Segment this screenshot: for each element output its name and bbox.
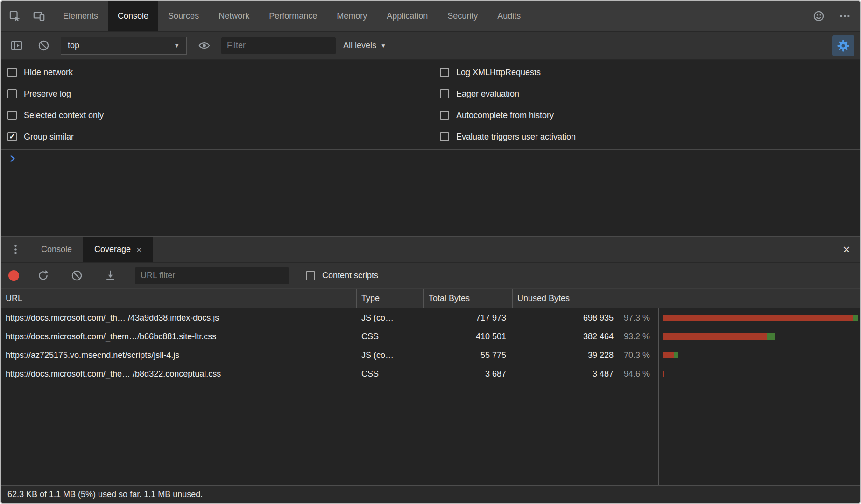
row-unused-bytes: 698 935 97.3 % [513, 313, 658, 323]
reload-coverage-button[interactable] [33, 266, 53, 286]
checkbox[interactable]: ✓ [7, 89, 17, 98]
smiley-icon [812, 10, 825, 22]
tab-application[interactable]: Application [377, 1, 438, 31]
column-header-total-bytes[interactable]: Total Bytes [424, 289, 513, 308]
setting-hide-network[interactable]: ✓ Hide network [7, 62, 430, 83]
coverage-row[interactable]: https://docs.microsoft.com/_th… /43a9dd3… [1, 308, 860, 327]
row-usage-bar [658, 327, 860, 346]
block-icon [37, 39, 50, 52]
unused-bytes-percent: 94.6 % [624, 369, 652, 379]
checkbox[interactable]: ✓ [440, 111, 449, 120]
unused-bar-segment [663, 333, 767, 340]
unused-bytes-percent: 93.2 % [624, 332, 652, 342]
row-total-bytes: 3 687 [424, 369, 513, 379]
used-bar-segment [674, 352, 678, 358]
download-icon [104, 269, 117, 282]
export-coverage-button[interactable] [100, 266, 120, 286]
console-toolbar: top ▼ All levels ▼ [1, 32, 860, 60]
unused-bytes-value: 382 464 [583, 332, 614, 342]
coverage-row[interactable]: https://az725175.vo.msecnd.net/scripts/j… [1, 346, 860, 364]
main-menu-button[interactable] [835, 7, 854, 26]
setting-label: Log XMLHttpRequests [456, 68, 541, 77]
console-output-area[interactable] [1, 150, 860, 236]
coverage-status-bar: 62.3 KB of 1.1 MB (5%) used so far. 1.1 … [1, 485, 860, 503]
tab-console[interactable]: Console [108, 1, 158, 31]
checkbox[interactable]: ✓ [7, 111, 17, 120]
tab-memory[interactable]: Memory [327, 1, 377, 31]
checkbox[interactable]: ✓ [7, 132, 17, 141]
setting-group-similar[interactable]: ✓ Group similar [7, 126, 430, 147]
device-toolbar-button[interactable] [29, 7, 49, 26]
row-url: https://docs.microsoft.com/_th… /43a9dd3… [1, 313, 357, 323]
checkbox[interactable]: ✓ [306, 271, 315, 280]
drawer: Console Coverage × × [1, 236, 860, 503]
tab-elements[interactable]: Elements [53, 1, 108, 31]
checkbox[interactable]: ✓ [440, 89, 449, 98]
console-sidebar-toggle-button[interactable] [7, 36, 26, 56]
column-header-unused-bytes[interactable]: Unused Bytes [513, 289, 658, 308]
reload-icon [37, 269, 49, 282]
row-total-bytes: 717 973 [424, 313, 513, 323]
column-header-type[interactable]: Type [357, 289, 424, 308]
panel-tabs: Elements Console Sources Network Perform… [53, 1, 530, 31]
tab-performance[interactable]: Performance [259, 1, 327, 31]
unused-bytes-percent: 70.3 % [624, 350, 652, 360]
console-filter-input[interactable] [221, 37, 336, 54]
checkbox[interactable]: ✓ [440, 68, 449, 77]
row-type: JS (co… [357, 350, 424, 360]
coverage-table-body: https://docs.microsoft.com/_th… /43a9dd3… [1, 308, 860, 485]
console-settings-button[interactable] [832, 35, 854, 56]
checkbox[interactable]: ✓ [440, 132, 449, 141]
setting-evaluate-triggers-activation[interactable]: ✓ Evaluate triggers user activation [440, 126, 860, 147]
inspect-element-button[interactable] [5, 7, 24, 26]
drawer-tab-console[interactable]: Console [30, 237, 83, 262]
coverage-row[interactable]: https://docs.microsoft.com/_the… /b8d322… [1, 364, 860, 383]
live-expression-button[interactable] [194, 36, 214, 56]
drawer-tab-coverage[interactable]: Coverage × [83, 237, 153, 262]
log-levels-label: All levels [343, 41, 376, 50]
tab-network[interactable]: Network [209, 1, 259, 31]
setting-autocomplete-history[interactable]: ✓ Autocomplete from history [440, 105, 860, 126]
sidebar-toggle-icon [10, 39, 23, 52]
coverage-summary-text: 62.3 KB of 1.1 MB (5%) used so far. 1.1 … [7, 490, 203, 499]
setting-log-xmlhttprequests[interactable]: ✓ Log XMLHttpRequests [440, 62, 860, 83]
clear-coverage-button[interactable] [67, 266, 86, 286]
unused-bar-segment [663, 315, 853, 321]
drawer-toolbar: Console Coverage × × [1, 237, 860, 263]
url-filter-input[interactable] [135, 267, 289, 284]
setting-preserve-log[interactable]: ✓ Preserve log [7, 83, 430, 105]
main-toolbar-right [809, 1, 860, 31]
log-levels-dropdown[interactable]: All levels ▼ [343, 41, 386, 50]
row-total-bytes: 55 775 [424, 350, 513, 360]
close-tab-icon[interactable]: × [136, 245, 142, 254]
row-type: CSS [357, 332, 424, 342]
checkbox[interactable]: ✓ [7, 68, 17, 77]
eye-icon [198, 39, 211, 52]
used-bar-segment [853, 315, 858, 321]
tab-sources[interactable]: Sources [158, 1, 209, 31]
row-type: JS (co… [357, 313, 424, 323]
drawer-tab-label: Coverage [94, 245, 131, 254]
setting-selected-context-only[interactable]: ✓ Selected context only [7, 105, 430, 126]
drawer-menu-button[interactable] [1, 237, 30, 262]
tab-security[interactable]: Security [438, 1, 487, 31]
coverage-toolbar: ✓ Content scripts [1, 263, 860, 289]
row-usage-bar [658, 308, 860, 327]
chevron-down-icon: ▼ [381, 42, 386, 49]
tab-audits[interactable]: Audits [487, 1, 530, 31]
javascript-context-selector[interactable]: top ▼ [61, 37, 187, 55]
row-type: CSS [357, 369, 424, 379]
setting-eager-evaluation[interactable]: ✓ Eager evaluation [440, 83, 860, 105]
feedback-button[interactable] [809, 7, 828, 26]
console-prompt-chevron-icon[interactable] [8, 154, 860, 163]
column-header-url[interactable]: URL [1, 289, 357, 308]
row-url: https://docs.microsoft.com/_the… /b8d322… [1, 369, 357, 379]
coverage-row[interactable]: https://docs.microsoft.com/_them…/b66bc8… [1, 327, 860, 346]
unused-bar-segment [663, 352, 674, 358]
drawer-tabs: Console Coverage × [30, 237, 153, 262]
clear-console-button[interactable] [34, 36, 53, 56]
unused-bytes-value: 3 487 [593, 369, 614, 379]
close-drawer-button[interactable]: × [833, 237, 860, 262]
content-scripts-toggle[interactable]: ✓ Content scripts [306, 271, 378, 280]
record-coverage-button[interactable] [8, 270, 19, 281]
